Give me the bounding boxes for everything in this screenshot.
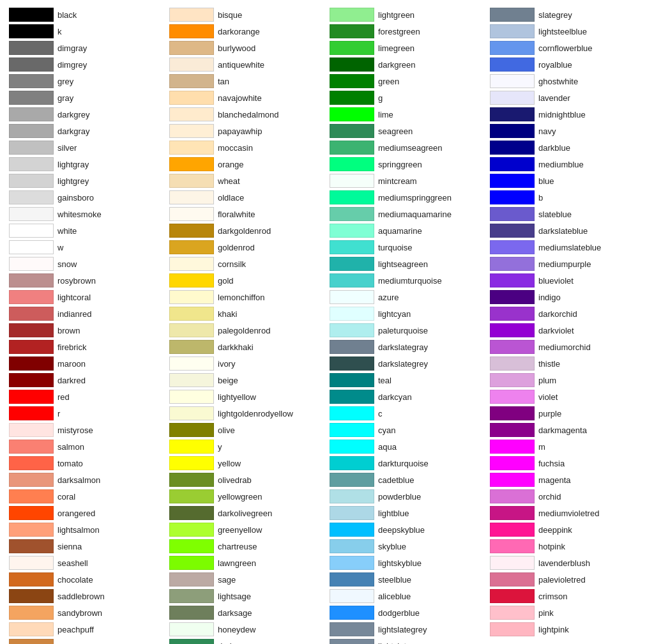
color-item: lightgrey [6,172,167,189]
color-item: y [167,438,327,455]
color-item: palevioletred [487,571,648,588]
color-item: violet [487,388,648,405]
color-name-label: maroon [57,359,86,369]
color-item: antiquewhite [167,56,327,73]
color-swatch [330,589,374,603]
color-name-label: forestgreen [378,27,420,36]
color-item: darkslateblue [487,222,648,239]
color-item: rosybrown [6,272,167,289]
color-item: powderblue [327,488,487,505]
color-swatch [9,390,54,404]
color-item: sage [167,571,327,588]
color-name-label: dimgray [57,43,87,53]
color-swatch [169,207,214,221]
color-name-label: olivedrab [218,475,252,485]
color-item: wheat [167,172,327,189]
color-item: c [327,405,487,422]
color-item: cadetblue [327,471,487,488]
color-swatch [169,107,214,121]
color-swatch [9,174,54,188]
color-swatch [490,572,535,586]
color-item: indigo [487,289,648,305]
color-item: darkred [6,372,167,388]
color-item: fuchsia [487,455,648,471]
color-name-label: thistle [538,359,560,369]
color-item: mediumorchid [487,339,648,355]
color-item: plum [487,372,648,388]
color-name-label: ghostwhite [538,77,578,86]
color-swatch [9,340,54,354]
color-name-label: blanchedalmond [218,110,278,119]
color-swatch [169,373,214,387]
color-name-label: sage [218,575,236,585]
color-swatch [490,74,535,88]
color-name-label: darkblue [538,143,570,153]
color-item: lightcyan [327,305,487,322]
color-item: k [6,23,167,40]
color-item: ghostwhite [487,73,648,89]
color-name-label: darkslateblue [538,226,588,236]
color-swatch [490,41,535,55]
color-swatch [490,307,535,321]
color-name-label: powderblue [378,492,421,502]
color-item: saddlebrown [6,588,167,604]
color-item: mistyrose [6,422,167,438]
color-swatch [330,190,374,204]
color-item: mediumpurple [487,256,648,272]
color-swatch [490,606,535,620]
color-name-label: slateblue [538,210,572,219]
color-swatch [490,240,535,254]
color-name-label: whitesmoke [57,210,102,219]
color-swatch [169,423,214,437]
color-swatch [330,423,374,437]
color-name-label: plum [538,376,556,385]
color-swatch [330,74,374,88]
color-name-label: mediumaquamarine [378,210,452,219]
color-swatch [490,91,535,105]
color-item: lightgoldenrodyellow [167,405,327,422]
color-swatch [330,506,374,520]
color-item: dimgray [6,40,167,56]
color-swatch [9,589,54,603]
color-swatch [169,406,214,420]
color-item: goldenrod [167,239,327,256]
color-item: tan [167,73,327,89]
color-name-label: darkred [57,376,86,385]
color-swatch [9,440,54,454]
color-swatch [9,273,54,288]
color-name-label: darkviolet [538,326,574,335]
color-item: moccasin [167,139,327,156]
color-swatch [9,91,54,105]
color-swatch [330,174,374,188]
color-swatch [490,323,535,337]
color-swatch [330,107,374,121]
color-item: lightgray [6,156,167,172]
color-name-label: chartreuse [218,542,257,551]
color-name-label: mediumvioletred [538,509,599,518]
color-item: steelblue [327,571,487,588]
color-item: sienna [6,538,167,555]
color-item: lightsage [167,588,327,604]
color-name-label: mistyrose [57,425,93,435]
color-name-label: azure [378,293,399,302]
color-item: gray [6,89,167,106]
color-swatch [330,240,374,254]
color-name-label: lightsteelblue [538,27,587,36]
color-name-label: mediumseagreen [378,143,442,153]
color-swatch [9,24,54,38]
color-item: honeydew [167,621,327,638]
color-item: gold [167,272,327,289]
color-item: blanchedalmond [167,106,327,123]
color-swatch [9,506,54,520]
color-swatch [330,307,374,321]
color-item: mediumblue [487,156,648,172]
color-swatch [490,406,535,420]
column-1: bisquedarkorangeburlywoodantiquewhitetan… [167,6,327,644]
color-swatch [490,207,535,221]
color-name-label: royalblue [538,60,572,70]
color-item: magenta [487,471,648,488]
color-swatch [169,240,214,254]
color-item: white [6,222,167,239]
color-name-label: darkorchid [538,309,577,319]
color-swatch [169,440,214,454]
